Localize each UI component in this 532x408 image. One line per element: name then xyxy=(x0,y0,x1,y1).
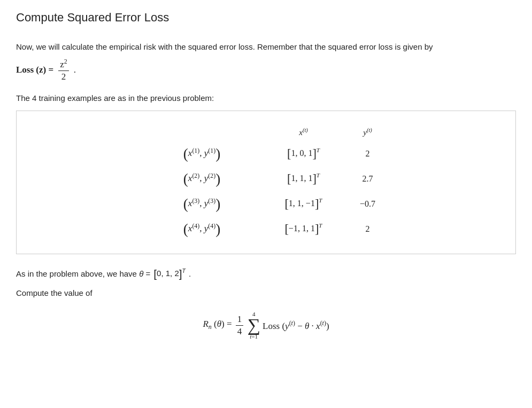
formula-fraction-num: 1 xyxy=(236,313,244,326)
row-vector-4: [−1, 1, 1]T xyxy=(261,222,346,236)
row-vector-1: [1, 0, 1]T xyxy=(261,147,346,161)
row-value-1: 2 xyxy=(346,149,389,159)
formula-fraction: 1 4 xyxy=(236,313,244,338)
row-value-4: 2 xyxy=(346,224,389,234)
col-header-x: x(t) xyxy=(261,127,346,137)
formula-rhs: Loss (y(t) − θ · x(t)) xyxy=(263,319,329,332)
main-formula: Rn (θ) = 1 4 4 ∑ t=1 Loss (y(t) − θ · x(… xyxy=(16,311,516,340)
loss-numerator: z2 xyxy=(58,58,69,71)
loss-label: Loss (z) = xyxy=(16,65,53,75)
theta-value: [0, 1, 2]T xyxy=(153,268,186,280)
row-label-3: (x(3), y(3)) xyxy=(143,196,261,213)
row-label-4: (x(4), y(4)) xyxy=(143,221,261,238)
row-vector-2: [1, 1, 1]T xyxy=(261,172,346,186)
col-header-y: y(t) xyxy=(346,127,389,137)
training-label: The 4 training examples are as in the pr… xyxy=(16,93,516,103)
theta-line: As in the problem above, we have θ = [0,… xyxy=(16,268,516,280)
sigma-bottom: t=1 xyxy=(250,333,258,340)
loss-fraction: z2 2 xyxy=(58,58,69,83)
row-value-3: −0.7 xyxy=(346,199,389,209)
training-table-box: x(t) y(t) (x(1), y(1)) [1, 0, 1]T 2 (x(2… xyxy=(16,111,516,254)
formula-lhs: Rn (θ) = xyxy=(203,319,232,331)
compute-label: Compute the value of xyxy=(16,288,516,297)
loss-denominator: 2 xyxy=(60,71,68,83)
loss-formula: Loss (z) = z2 2 . xyxy=(16,58,516,83)
row-value-2: 2.7 xyxy=(346,174,389,184)
formula-fraction-den: 4 xyxy=(236,326,244,338)
sigma-symbol: ∑ xyxy=(248,317,260,334)
theta-text: As in the problem above, we have θ = xyxy=(16,269,150,278)
page-title: Compute Squared Error Loss xyxy=(16,11,516,25)
theta-period: . xyxy=(189,269,191,278)
intro-text: Now, we will calculate the empirical ris… xyxy=(16,41,516,53)
sigma-wrapper: 4 ∑ t=1 xyxy=(248,311,260,340)
loss-period: . xyxy=(74,65,76,75)
row-vector-3: [1, 1, −1]T xyxy=(261,197,346,211)
row-label-2: (x(2), y(2)) xyxy=(143,171,261,187)
training-table: x(t) y(t) (x(1), y(1)) [1, 0, 1]T 2 (x(2… xyxy=(143,127,389,238)
row-label-1: (x(1), y(1)) xyxy=(143,146,261,162)
